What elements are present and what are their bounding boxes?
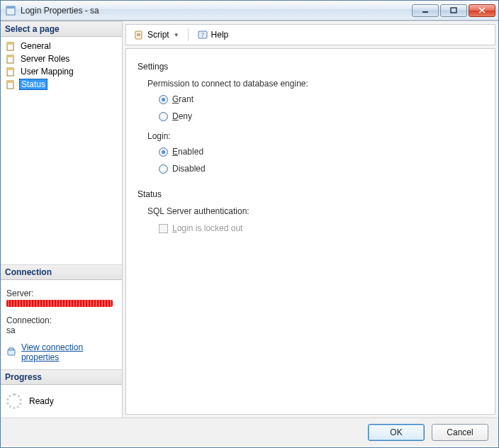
sidebar-item-label: General [19, 41, 52, 51]
page-icon [5, 66, 16, 77]
settings-title: Settings [138, 62, 483, 72]
radio-label-rest: eny [179, 111, 192, 121]
sidebar-item-user-mapping[interactable]: User Mapping [1, 65, 122, 78]
titlebar: Login Properties - sa [1, 1, 498, 21]
svg-rect-11 [7, 68, 13, 70]
radio-icon [159, 147, 168, 157]
connection-body: Server: Connection: sa View connection p… [1, 280, 122, 369]
sidebar-item-general[interactable]: General [1, 40, 122, 52]
svg-rect-1 [6, 6, 15, 9]
server-label: Server: [6, 289, 116, 298]
login-locked-out-checkbox: Login is locked out [159, 223, 483, 233]
right-panel: Script ▼ ? Help Settings Permission to c… [123, 21, 498, 418]
svg-rect-13 [7, 81, 13, 83]
sql-auth-label: SQL Server authentication: [147, 206, 483, 216]
login-enabled-radio[interactable]: Enabled [159, 147, 483, 157]
svg-rect-15 [9, 348, 13, 350]
status-title: Status [138, 189, 483, 199]
login-disabled-radio[interactable]: Disabled [159, 164, 483, 174]
page-icon [5, 40, 16, 52]
chevron-down-icon: ▼ [174, 32, 179, 38]
help-label: Help [211, 30, 229, 40]
status-page: Settings Permission to connect to databa… [125, 48, 495, 415]
radio-icon [159, 95, 168, 104]
toolbar: Script ▼ ? Help [125, 24, 495, 45]
svg-rect-9 [7, 55, 13, 57]
sidebar-item-server-roles[interactable]: Server Roles [1, 52, 122, 65]
minimize-button[interactable] [412, 4, 439, 17]
window-controls [412, 4, 495, 17]
script-button[interactable]: Script ▼ [130, 28, 182, 42]
progress-body: Ready [1, 385, 122, 418]
cancel-button[interactable]: Cancel [432, 424, 488, 441]
checkbox-label-accel: L [172, 223, 177, 233]
page-icon [5, 53, 16, 65]
permission-deny-radio[interactable]: Deny [159, 111, 483, 121]
left-panel: Select a page General Server Roles User … [1, 21, 123, 418]
script-label: Script [147, 30, 169, 40]
help-icon: ? [197, 29, 208, 40]
progress-status: Ready [29, 396, 54, 406]
help-button[interactable]: ? Help [194, 28, 232, 42]
svg-rect-7 [7, 43, 13, 45]
radio-icon [159, 112, 168, 121]
close-button[interactable] [469, 4, 495, 17]
radio-label: Disabled [172, 164, 206, 174]
progress-header: Progress [1, 369, 122, 385]
connection-label: Connection: [6, 315, 116, 325]
page-icon [5, 79, 16, 90]
sidebar-item-status[interactable]: Status [1, 78, 122, 91]
script-icon [133, 29, 145, 40]
connection-header: Connection [1, 264, 122, 280]
checkbox-label-rest: ogin is locked out [177, 223, 243, 233]
toolbar-separator [188, 28, 189, 41]
radio-label-accel: G [172, 94, 179, 104]
sidebar-item-label: Status [19, 79, 47, 90]
dialog-footer: OK Cancel [1, 418, 498, 446]
svg-rect-3 [451, 8, 456, 13]
maximize-button[interactable] [440, 4, 467, 17]
app-icon [5, 5, 16, 16]
svg-text:?: ? [201, 31, 204, 38]
radio-icon [159, 164, 168, 174]
checkbox-icon [159, 224, 168, 233]
radio-label-rest: rant [179, 94, 194, 104]
sidebar-item-label: User Mapping [19, 67, 75, 77]
view-connection-properties-link[interactable]: View connection properties [21, 342, 116, 362]
connection-value: sa [6, 325, 116, 335]
radio-label-accel: D [172, 111, 179, 121]
ok-button[interactable]: OK [368, 424, 425, 441]
page-list: General Server Roles User Mapping Status [1, 37, 122, 94]
server-value-redacted [6, 300, 113, 307]
radio-label-rest: nabled [178, 147, 203, 157]
window-title: Login Properties - sa [21, 6, 412, 16]
login-label: Login: [147, 131, 483, 141]
sidebar-item-label: Server Roles [19, 54, 71, 64]
radio-label-accel: E [172, 147, 178, 157]
properties-icon [6, 347, 17, 358]
select-page-header: Select a page [1, 21, 122, 37]
progress-spinner-icon [6, 393, 22, 409]
permission-label: Permission to connect to database engine… [147, 79, 483, 89]
permission-grant-radio[interactable]: Grant [159, 94, 483, 104]
